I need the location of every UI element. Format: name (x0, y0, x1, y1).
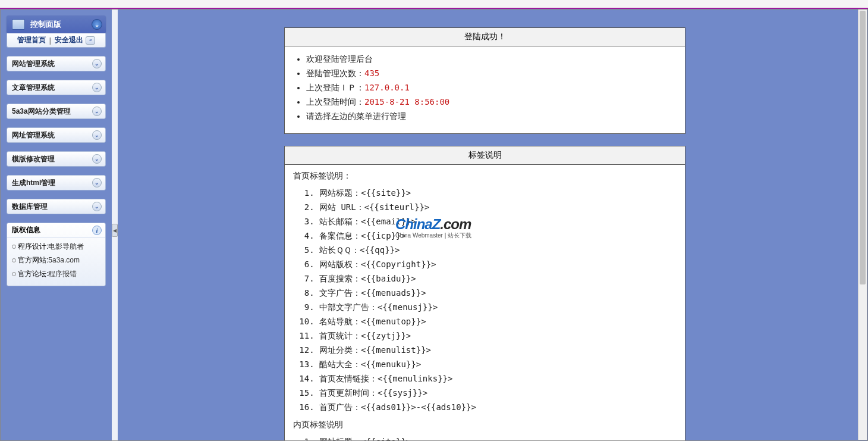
menu-item-label: 文章管理系统 (12, 83, 55, 93)
tag-line: 中部文字广告：<{{menusj}}> (319, 301, 677, 315)
tag-line: 名站导航：<{{menutop}}> (319, 315, 677, 329)
menu-item-label: 生成html管理 (12, 178, 55, 188)
tag-line: 首页友情链接：<{{menulinks}}> (319, 372, 677, 386)
tag-line: 首页更新时间：<{{sysj}}> (319, 386, 677, 401)
panel-header: 控制面版 ⌄ (7, 15, 106, 33)
chevron-down-icon: ⌄ (92, 154, 102, 164)
chevron-down-icon: ⌄ (92, 202, 102, 211)
info-link-0[interactable]: 电影导航者 (48, 242, 84, 251)
hint-line: 请选择左边的菜单进行管理 (306, 110, 677, 124)
splitter-handle[interactable]: ◀ (112, 224, 118, 237)
top-accent-bar (0, 0, 868, 9)
sidebar: 控制面版 ⌄ 管理首页 | 安全退出 « 网站管理系统⌄文章管理系统⌄5a3a网… (1, 10, 112, 440)
separator: | (49, 36, 51, 45)
tag-line: 酷站大全：<{{menuku}}> (319, 358, 677, 372)
menu-item-label: 模版修改管理 (12, 154, 55, 164)
scrollbar[interactable] (858, 10, 867, 440)
menu-item-2[interactable]: 5a3a网站分类管理⌄ (7, 104, 106, 119)
info-item: 官方论坛:程序报错 (11, 267, 102, 281)
info-link-2[interactable]: 程序报错 (48, 270, 77, 278)
menu-item-label: 数据库管理 (12, 202, 48, 212)
menu-item-6[interactable]: 数据库管理⌄ (7, 199, 106, 214)
info-link-1[interactable]: 5a3a.com (48, 256, 80, 264)
info-icon[interactable]: i (92, 226, 102, 235)
tags-card: 标签说明 首页标签说明： 网站标题：<{{site}}>网站 URL：<{{si… (284, 146, 685, 440)
login-count-line: 登陆管理次数：435 (306, 67, 677, 81)
tag-line: 首页广告：<{{ads01}}>-<{{ads10}}> (319, 401, 677, 415)
menu-item-label: 网址管理系统 (12, 130, 55, 140)
tag-line: 百度搜索：<{{baidu}}> (319, 272, 677, 286)
chevron-down-icon: ⌄ (92, 178, 102, 187)
menu-item-label: 网站管理系统 (12, 59, 55, 69)
tag-line: 站长邮箱：<{{email}}> (319, 215, 677, 229)
login-card-title: 登陆成功！ (285, 28, 685, 46)
tag-line: 网站版权：<{{Copyright}}> (319, 258, 677, 272)
content-area: 登陆成功！ 欢迎登陆管理后台 登陆管理次数：435 上次登陆ＩＰ：127.0.0… (118, 10, 867, 440)
info-item: 官方网站:5a3a.com (11, 254, 102, 267)
chevron-down-icon: ⌄ (92, 130, 102, 140)
menu-item-3[interactable]: 网址管理系统⌄ (7, 127, 106, 143)
menu-item-0[interactable]: 网站管理系统⌄ (7, 56, 106, 71)
tag-line: 站长ＱＱ：<{{qq}}> (319, 243, 677, 258)
chevron-down-icon: ⌄ (92, 107, 102, 116)
chevron-left-icon[interactable]: « (86, 36, 95, 45)
copyright-panel: 版权信息 i 程序设计:电影导航者官方网站:5a3a.com官方论坛:程序报错 (7, 223, 106, 286)
tags-card-title: 标签说明 (285, 146, 685, 165)
info-item: 程序设计:电影导航者 (11, 240, 102, 254)
tag-line: 网址分类：<{{menulist}}> (319, 343, 677, 358)
chevron-down-icon: ⌄ (92, 59, 102, 68)
splitter: ◀ (112, 10, 118, 440)
tag-line: 首页统计：<{{zytj}}> (319, 329, 677, 343)
menu-item-4[interactable]: 模版修改管理⌄ (7, 151, 106, 167)
tag-line: 备案信息：<{{icp}}> (319, 229, 677, 243)
logout-link[interactable]: 安全退出 (55, 35, 83, 45)
last-time-line: 上次登陆时间：2015-8-21 8:56:00 (306, 95, 677, 110)
tag-line: 文字广告：<{{menuads}}> (319, 286, 677, 301)
welcome-line: 欢迎登陆管理后台 (306, 52, 677, 67)
scrollbar-thumb[interactable] (860, 11, 866, 284)
login-success-card: 登陆成功！ 欢迎登陆管理后台 登陆管理次数：435 上次登陆ＩＰ：127.0.0… (284, 27, 685, 134)
tag-line: 网站标题：<{{site}}> (319, 186, 677, 201)
panel-title: 控制面版 (30, 19, 61, 30)
last-ip-line: 上次登陆ＩＰ：127.0.0.1 (306, 81, 677, 95)
section2-label: 内页标签说明 (293, 420, 677, 430)
tag-line: 网站标题：<{{site}}> (319, 435, 677, 440)
menu-item-1[interactable]: 文章管理系统⌄ (7, 80, 106, 95)
section1-label: 首页标签说明： (293, 171, 677, 182)
top-links: 管理首页 | 安全退出 « (7, 33, 106, 48)
chevron-down-icon: ⌄ (92, 83, 102, 92)
menu-item-5[interactable]: 生成html管理⌄ (7, 175, 106, 190)
admin-home-link[interactable]: 管理首页 (17, 35, 46, 45)
copyright-title: 版权信息 (12, 225, 40, 235)
tag-line: 网站 URL：<{{siteurl}}> (319, 201, 677, 215)
menu-item-label: 5a3a网站分类管理 (12, 107, 71, 117)
finder-icon (10, 18, 27, 31)
collapse-icon[interactable]: ⌄ (92, 19, 102, 30)
